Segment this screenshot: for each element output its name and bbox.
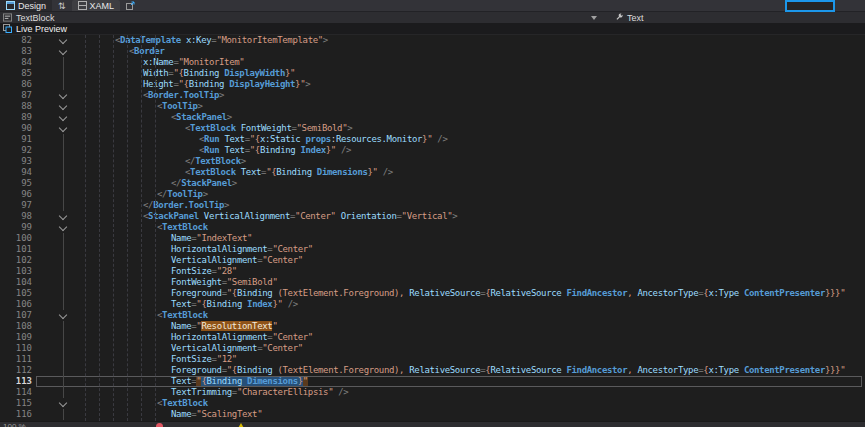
- outline-margin[interactable]: [36, 112, 80, 123]
- collapse-chevron-icon[interactable]: [59, 212, 67, 220]
- outline-margin[interactable]: [36, 211, 80, 222]
- line-number[interactable]: 88: [0, 101, 36, 112]
- outline-margin[interactable]: [36, 101, 80, 112]
- code-text[interactable]: <ToolTip>: [80, 101, 862, 112]
- code-line[interactable]: 107<TextBlock: [0, 310, 865, 321]
- tab-xaml[interactable]: XAML: [72, 0, 121, 11]
- code-line[interactable]: 89<StackPanel>: [0, 112, 865, 123]
- code-text[interactable]: VerticalAlignment="Center": [80, 255, 862, 266]
- code-text[interactable]: <TextBlock FontWeight="SemiBold">: [80, 123, 862, 134]
- line-number[interactable]: 94: [0, 167, 36, 178]
- code-line[interactable]: 116Name="ScalingText": [0, 409, 865, 420]
- line-number[interactable]: 103: [0, 266, 36, 277]
- code-line[interactable]: 95</StackPanel>: [0, 178, 865, 189]
- line-number[interactable]: 100: [0, 233, 36, 244]
- outline-margin[interactable]: [36, 35, 80, 46]
- outline-margin[interactable]: [36, 376, 80, 387]
- line-number[interactable]: 91: [0, 134, 36, 145]
- code-text[interactable]: <TextBlock: [80, 310, 862, 321]
- line-number[interactable]: 107: [0, 310, 36, 321]
- line-number[interactable]: 83: [0, 46, 36, 57]
- code-line[interactable]: 109HorizontalAlignment="Center": [0, 332, 865, 343]
- code-text[interactable]: Name="ScalingText": [80, 409, 862, 420]
- code-line[interactable]: 103FontSize="28": [0, 266, 865, 277]
- code-line[interactable]: 108Name="ResolutionText": [0, 321, 865, 332]
- code-line[interactable]: 113Text="{Binding Dimensions}": [0, 376, 865, 387]
- outline-margin[interactable]: [36, 255, 80, 266]
- line-number[interactable]: 115: [0, 398, 36, 409]
- collapse-chevron-icon[interactable]: [59, 47, 67, 55]
- outline-margin[interactable]: [36, 244, 80, 255]
- code-line[interactable]: 99<TextBlock: [0, 222, 865, 233]
- code-line[interactable]: 106Text="{Binding Index}" />: [0, 299, 865, 310]
- outline-margin[interactable]: [36, 398, 80, 409]
- element-selector[interactable]: TextBlock: [0, 13, 601, 23]
- code-text[interactable]: Foreground="{Binding (TextElement.Foregr…: [80, 288, 862, 299]
- code-text[interactable]: </StackPanel>: [80, 178, 862, 189]
- line-number[interactable]: 89: [0, 112, 36, 123]
- code-text[interactable]: <TextBlock Text="{Binding Dimensions}" /…: [80, 167, 862, 178]
- code-text[interactable]: </ToolTip>: [80, 189, 862, 200]
- code-text[interactable]: <TextBlock: [80, 398, 862, 409]
- code-line[interactable]: 85Width="{Binding DisplayWidth}": [0, 68, 865, 79]
- outline-margin[interactable]: [36, 145, 80, 156]
- outline-margin[interactable]: [36, 200, 80, 211]
- outline-margin[interactable]: [36, 387, 80, 398]
- outline-margin[interactable]: [36, 68, 80, 79]
- zoom-level-label[interactable]: 100 %: [3, 422, 26, 427]
- line-number[interactable]: 97: [0, 200, 36, 211]
- code-text[interactable]: VerticalAlignment="Center": [80, 343, 862, 354]
- code-text[interactable]: </Border.ToolTip>: [80, 200, 862, 211]
- code-text[interactable]: Name="IndexText": [80, 233, 862, 244]
- line-number[interactable]: 101: [0, 244, 36, 255]
- line-number[interactable]: 112: [0, 365, 36, 376]
- line-number[interactable]: 85: [0, 68, 36, 79]
- code-line[interactable]: 88<ToolTip>: [0, 101, 865, 112]
- code-line[interactable]: 100Name="IndexText": [0, 233, 865, 244]
- outline-margin[interactable]: [36, 90, 80, 101]
- outline-margin[interactable]: [36, 57, 80, 68]
- outline-margin[interactable]: [36, 156, 80, 167]
- code-line[interactable]: 102VerticalAlignment="Center": [0, 255, 865, 266]
- popout-window-icon[interactable]: [126, 1, 135, 10]
- line-number[interactable]: 84: [0, 57, 36, 68]
- line-number[interactable]: 110: [0, 343, 36, 354]
- code-text[interactable]: Foreground="{Binding (TextElement.Foregr…: [80, 365, 862, 376]
- line-number[interactable]: 116: [0, 409, 36, 420]
- line-number[interactable]: 90: [0, 123, 36, 134]
- outline-margin[interactable]: [36, 288, 80, 299]
- live-preview-label[interactable]: Live Preview: [16, 24, 67, 34]
- outline-margin[interactable]: [36, 233, 80, 244]
- code-line[interactable]: 105Foreground="{Binding (TextElement.For…: [0, 288, 865, 299]
- collapse-chevron-icon[interactable]: [59, 311, 67, 319]
- code-text[interactable]: <TextBlock: [80, 222, 862, 233]
- outline-margin[interactable]: [36, 409, 80, 420]
- outline-margin[interactable]: [36, 321, 80, 332]
- code-line[interactable]: 90<TextBlock FontWeight="SemiBold">: [0, 123, 865, 134]
- outline-margin[interactable]: [36, 222, 80, 233]
- code-text[interactable]: FontSize="28": [80, 266, 862, 277]
- line-number[interactable]: 114: [0, 387, 36, 398]
- outline-margin[interactable]: [36, 310, 80, 321]
- code-line[interactable]: 104FontWeight="SemiBold": [0, 277, 865, 288]
- code-text[interactable]: HorizontalAlignment="Center": [80, 244, 862, 255]
- line-number[interactable]: 92: [0, 145, 36, 156]
- line-number[interactable]: 86: [0, 79, 36, 90]
- code-text[interactable]: <Run Text="{x:Static props:Resources.Mon…: [80, 134, 862, 145]
- code-line[interactable]: 110VerticalAlignment="Center": [0, 343, 865, 354]
- outline-margin[interactable]: [36, 332, 80, 343]
- warning-icon[interactable]: [237, 423, 245, 427]
- line-number[interactable]: 111: [0, 354, 36, 365]
- line-number[interactable]: 99: [0, 222, 36, 233]
- collapse-chevron-icon[interactable]: [59, 223, 67, 231]
- property-selector[interactable]: Text: [615, 13, 644, 23]
- code-text[interactable]: <Border.ToolTip>: [80, 90, 862, 101]
- outline-margin[interactable]: [36, 365, 80, 376]
- code-line[interactable]: 97</Border.ToolTip>: [0, 200, 865, 211]
- collapse-chevron-icon[interactable]: [59, 124, 67, 132]
- line-number[interactable]: 105: [0, 288, 36, 299]
- error-icon[interactable]: [156, 423, 163, 427]
- code-text[interactable]: <Border: [80, 46, 862, 57]
- code-line[interactable]: 101HorizontalAlignment="Center": [0, 244, 865, 255]
- code-text[interactable]: Text="{Binding Index}" />: [80, 299, 862, 310]
